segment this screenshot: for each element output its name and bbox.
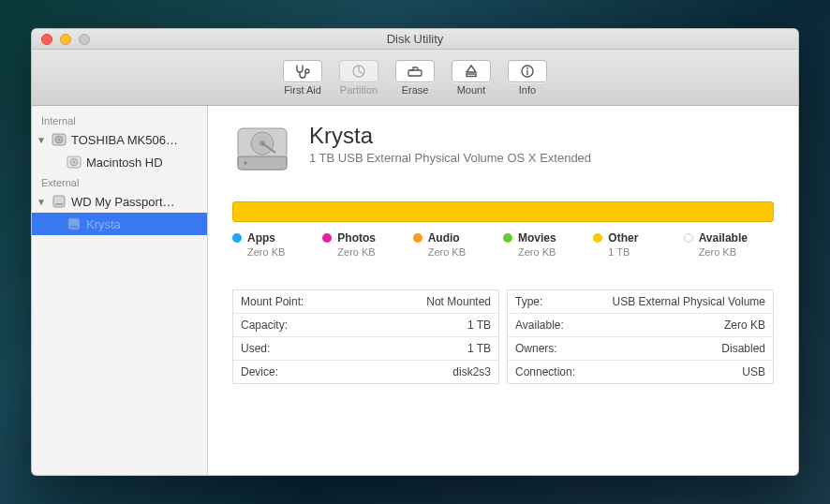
toolbar: First Aid Partition Erase Mount Info (32, 50, 798, 106)
erase-icon (407, 65, 423, 78)
svg-point-22 (245, 162, 247, 165)
sidebar-volume-macintosh-hd[interactable]: Macintosh HD (32, 151, 207, 173)
disclosure-triangle-icon[interactable]: ▼ (36, 197, 47, 207)
info-button[interactable]: Info (500, 60, 555, 96)
legend-apps: Apps Zero KB (232, 231, 322, 258)
window-title: Disk Utility (32, 32, 798, 46)
titlebar[interactable]: Disk Utility (32, 29, 798, 50)
external-disk-icon (66, 215, 82, 232)
sidebar-disk-toshiba[interactable]: ▼ TOSHIBA MK506… (32, 128, 207, 151)
usage-legend: Apps Zero KB Photos Zero KB Audio Zero K… (232, 231, 774, 258)
first-aid-button[interactable]: First Aid (275, 60, 330, 96)
sidebar-volume-krysta[interactable]: Krysta (32, 213, 207, 235)
dot-icon (322, 233, 332, 243)
hard-disk-icon (66, 154, 82, 170)
svg-rect-14 (55, 203, 63, 205)
svg-rect-16 (70, 226, 78, 228)
legend-photos: Photos Zero KB (322, 231, 412, 258)
svg-point-9 (58, 139, 60, 141)
volume-icon (232, 123, 292, 175)
info-row: Type:USB External Physical Volume (508, 290, 773, 314)
info-icon (520, 64, 535, 79)
svg-rect-13 (53, 196, 65, 207)
info-row: Owners:Disabled (508, 337, 773, 361)
dot-icon (413, 233, 422, 243)
mount-icon (465, 64, 478, 79)
info-row: Mount Point:Not Mounted (233, 290, 498, 314)
external-disk-icon (51, 193, 67, 210)
partition-button: Partition (332, 60, 386, 96)
stethoscope-icon (294, 64, 311, 79)
svg-rect-6 (526, 70, 527, 75)
hard-disk-icon (51, 131, 67, 148)
svg-point-0 (305, 69, 309, 73)
info-row: Connection:USB (508, 361, 773, 383)
usage-bar (232, 201, 774, 222)
legend-other: Other 1 TB (593, 231, 683, 258)
section-internal: Internal (32, 111, 207, 128)
erase-button[interactable]: Erase (388, 60, 442, 96)
info-row: Used:1 TB (233, 337, 498, 361)
disclosure-triangle-icon[interactable]: ▼ (36, 135, 47, 145)
pie-chart-icon (351, 64, 366, 79)
legend-available: Available Zero KB (684, 231, 774, 258)
legend-audio: Audio Zero KB (413, 231, 503, 258)
info-table-right: Type:USB External Physical Volume Availa… (507, 289, 774, 384)
dot-icon (684, 233, 693, 243)
svg-rect-2 (408, 70, 422, 76)
svg-point-5 (526, 67, 528, 69)
dot-icon (232, 233, 242, 243)
info-row: Device:disk2s3 (233, 361, 498, 383)
info-row: Available:Zero KB (508, 314, 773, 337)
info-table-left: Mount Point:Not Mounted Capacity:1 TB Us… (232, 289, 499, 384)
volume-name: Krysta (309, 123, 591, 149)
svg-rect-3 (467, 74, 476, 77)
mount-button[interactable]: Mount (444, 60, 498, 96)
sidebar-disk-wd-passport[interactable]: ▼ WD My Passport… (32, 190, 207, 213)
svg-rect-15 (68, 218, 80, 230)
sidebar: Internal ▼ TOSHIBA MK506… Macintosh HD E… (32, 106, 208, 475)
dot-icon (593, 233, 602, 243)
dot-icon (503, 233, 512, 243)
legend-movies: Movies Zero KB (503, 231, 593, 258)
main-panel: Krysta 1 TB USB External Physical Volume… (208, 106, 798, 475)
disk-utility-window: Disk Utility First Aid Partition Erase M… (31, 28, 799, 476)
volume-subtitle: 1 TB USB External Physical Volume OS X E… (309, 151, 591, 165)
section-external: External (32, 173, 207, 190)
svg-point-12 (73, 161, 75, 163)
info-row: Capacity:1 TB (233, 314, 498, 337)
